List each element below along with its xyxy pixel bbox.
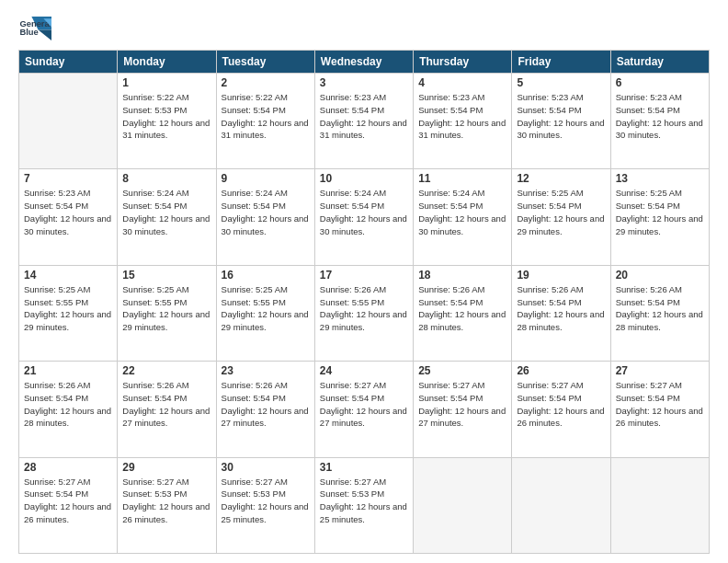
day-number: 19 — [517, 269, 605, 282]
day-number: 22 — [122, 364, 210, 377]
column-header-thursday: Thursday — [414, 51, 512, 74]
day-number: 26 — [517, 364, 605, 377]
calendar-cell — [610, 457, 709, 553]
day-number: 16 — [222, 269, 310, 282]
column-header-sunday: Sunday — [19, 51, 118, 74]
column-header-wednesday: Wednesday — [314, 51, 413, 74]
day-info: Sunrise: 5:26 AMSunset: 5:54 PMDaylight:… — [418, 283, 506, 334]
week-row-5: 28Sunrise: 5:27 AMSunset: 5:54 PMDayligh… — [19, 457, 710, 553]
column-header-friday: Friday — [512, 51, 610, 74]
day-info: Sunrise: 5:27 AMSunset: 5:53 PMDaylight:… — [222, 476, 310, 526]
day-info: Sunrise: 5:25 AMSunset: 5:55 PMDaylight:… — [222, 283, 310, 334]
day-info: Sunrise: 5:26 AMSunset: 5:54 PMDaylight:… — [222, 379, 310, 430]
day-number: 23 — [222, 364, 310, 377]
calendar-cell: 22Sunrise: 5:26 AMSunset: 5:54 PMDayligh… — [118, 362, 216, 457]
calendar-header-row: SundayMondayTuesdayWednesdayThursdayFrid… — [19, 51, 710, 74]
logo: General Blue — [18, 15, 57, 42]
day-info: Sunrise: 5:27 AMSunset: 5:54 PMDaylight:… — [517, 379, 605, 430]
calendar-cell: 15Sunrise: 5:25 AMSunset: 5:55 PMDayligh… — [118, 265, 216, 361]
day-info: Sunrise: 5:27 AMSunset: 5:54 PMDaylight:… — [24, 476, 112, 526]
day-info: Sunrise: 5:24 AMSunset: 5:54 PMDaylight:… — [222, 187, 310, 237]
svg-marker-2 — [39, 29, 51, 40]
day-number: 31 — [320, 461, 408, 474]
calendar-cell: 19Sunrise: 5:26 AMSunset: 5:54 PMDayligh… — [512, 265, 610, 361]
day-number: 12 — [517, 172, 605, 185]
day-info: Sunrise: 5:23 AMSunset: 5:54 PMDaylight:… — [320, 91, 408, 142]
calendar-cell: 13Sunrise: 5:25 AMSunset: 5:54 PMDayligh… — [610, 169, 709, 265]
calendar-cell: 5Sunrise: 5:23 AMSunset: 5:54 PMDaylight… — [512, 74, 610, 169]
day-info: Sunrise: 5:26 AMSunset: 5:54 PMDaylight:… — [517, 283, 605, 334]
day-info: Sunrise: 5:22 AMSunset: 5:54 PMDaylight:… — [222, 91, 310, 142]
calendar-cell: 12Sunrise: 5:25 AMSunset: 5:54 PMDayligh… — [512, 169, 610, 265]
day-info: Sunrise: 5:25 AMSunset: 5:55 PMDaylight:… — [122, 283, 210, 334]
calendar-cell: 9Sunrise: 5:24 AMSunset: 5:54 PMDaylight… — [216, 169, 314, 265]
calendar-cell: 16Sunrise: 5:25 AMSunset: 5:55 PMDayligh… — [216, 265, 314, 361]
calendar-cell: 14Sunrise: 5:25 AMSunset: 5:55 PMDayligh… — [19, 265, 118, 361]
day-number: 15 — [122, 269, 210, 282]
day-number: 4 — [418, 76, 506, 89]
day-info: Sunrise: 5:26 AMSunset: 5:54 PMDaylight:… — [122, 379, 210, 430]
day-number: 11 — [418, 172, 506, 185]
calendar-cell: 23Sunrise: 5:26 AMSunset: 5:54 PMDayligh… — [216, 362, 314, 457]
calendar-cell: 20Sunrise: 5:26 AMSunset: 5:54 PMDayligh… — [610, 265, 709, 361]
day-info: Sunrise: 5:26 AMSunset: 5:55 PMDaylight:… — [320, 283, 408, 334]
day-number: 2 — [222, 76, 310, 89]
calendar-cell: 17Sunrise: 5:26 AMSunset: 5:55 PMDayligh… — [314, 265, 413, 361]
day-info: Sunrise: 5:24 AMSunset: 5:54 PMDaylight:… — [418, 187, 506, 237]
calendar-cell: 29Sunrise: 5:27 AMSunset: 5:53 PMDayligh… — [118, 457, 216, 553]
day-number: 29 — [122, 461, 210, 474]
calendar-cell: 3Sunrise: 5:23 AMSunset: 5:54 PMDaylight… — [314, 74, 413, 169]
calendar-cell — [512, 457, 610, 553]
calendar-cell — [19, 74, 118, 169]
day-number: 21 — [24, 364, 112, 377]
calendar-cell: 26Sunrise: 5:27 AMSunset: 5:54 PMDayligh… — [512, 362, 610, 457]
day-info: Sunrise: 5:23 AMSunset: 5:54 PMDaylight:… — [418, 91, 506, 142]
column-header-monday: Monday — [118, 51, 216, 74]
day-info: Sunrise: 5:26 AMSunset: 5:54 PMDaylight:… — [24, 379, 112, 430]
calendar-cell: 7Sunrise: 5:23 AMSunset: 5:54 PMDaylight… — [19, 169, 118, 265]
day-number: 30 — [222, 461, 310, 474]
calendar-cell: 4Sunrise: 5:23 AMSunset: 5:54 PMDaylight… — [414, 74, 512, 169]
svg-text:Blue: Blue — [19, 28, 38, 37]
day-info: Sunrise: 5:27 AMSunset: 5:54 PMDaylight:… — [320, 379, 408, 430]
week-row-2: 7Sunrise: 5:23 AMSunset: 5:54 PMDaylight… — [19, 169, 710, 265]
day-info: Sunrise: 5:22 AMSunset: 5:53 PMDaylight:… — [122, 91, 210, 142]
column-header-saturday: Saturday — [610, 51, 709, 74]
day-number: 5 — [517, 76, 605, 89]
day-number: 18 — [418, 269, 506, 282]
page: General Blue SundayMondayTuesdayWednesda… — [0, 0, 728, 563]
day-number: 7 — [24, 172, 112, 185]
calendar-cell: 21Sunrise: 5:26 AMSunset: 5:54 PMDayligh… — [19, 362, 118, 457]
day-number: 14 — [24, 269, 112, 282]
day-info: Sunrise: 5:23 AMSunset: 5:54 PMDaylight:… — [517, 91, 605, 142]
day-number: 6 — [616, 76, 704, 89]
day-info: Sunrise: 5:24 AMSunset: 5:54 PMDaylight:… — [122, 187, 210, 237]
day-info: Sunrise: 5:23 AMSunset: 5:54 PMDaylight:… — [24, 187, 112, 237]
calendar-table: SundayMondayTuesdayWednesdayThursdayFrid… — [18, 50, 710, 554]
calendar-cell: 8Sunrise: 5:24 AMSunset: 5:54 PMDaylight… — [118, 169, 216, 265]
day-info: Sunrise: 5:25 AMSunset: 5:55 PMDaylight:… — [24, 283, 112, 334]
column-header-tuesday: Tuesday — [216, 51, 314, 74]
day-number: 10 — [320, 172, 408, 185]
calendar-cell: 2Sunrise: 5:22 AMSunset: 5:54 PMDaylight… — [216, 74, 314, 169]
week-row-1: 1Sunrise: 5:22 AMSunset: 5:53 PMDaylight… — [19, 74, 710, 169]
logo-icon: General Blue — [18, 15, 51, 42]
day-number: 17 — [320, 269, 408, 282]
calendar-cell: 24Sunrise: 5:27 AMSunset: 5:54 PMDayligh… — [314, 362, 413, 457]
day-info: Sunrise: 5:27 AMSunset: 5:53 PMDaylight:… — [320, 476, 408, 526]
day-info: Sunrise: 5:27 AMSunset: 5:54 PMDaylight:… — [616, 379, 704, 430]
day-info: Sunrise: 5:25 AMSunset: 5:54 PMDaylight:… — [517, 187, 605, 237]
day-info: Sunrise: 5:24 AMSunset: 5:54 PMDaylight:… — [320, 187, 408, 237]
calendar-cell: 30Sunrise: 5:27 AMSunset: 5:53 PMDayligh… — [216, 457, 314, 553]
day-info: Sunrise: 5:27 AMSunset: 5:53 PMDaylight:… — [122, 476, 210, 526]
calendar-cell: 31Sunrise: 5:27 AMSunset: 5:53 PMDayligh… — [314, 457, 413, 553]
day-info: Sunrise: 5:26 AMSunset: 5:54 PMDaylight:… — [616, 283, 704, 334]
day-info: Sunrise: 5:23 AMSunset: 5:54 PMDaylight:… — [616, 91, 704, 142]
week-row-4: 21Sunrise: 5:26 AMSunset: 5:54 PMDayligh… — [19, 362, 710, 457]
day-number: 9 — [222, 172, 310, 185]
day-number: 13 — [616, 172, 704, 185]
calendar-cell: 28Sunrise: 5:27 AMSunset: 5:54 PMDayligh… — [19, 457, 118, 553]
day-number: 3 — [320, 76, 408, 89]
day-number: 27 — [616, 364, 704, 377]
day-number: 8 — [122, 172, 210, 185]
